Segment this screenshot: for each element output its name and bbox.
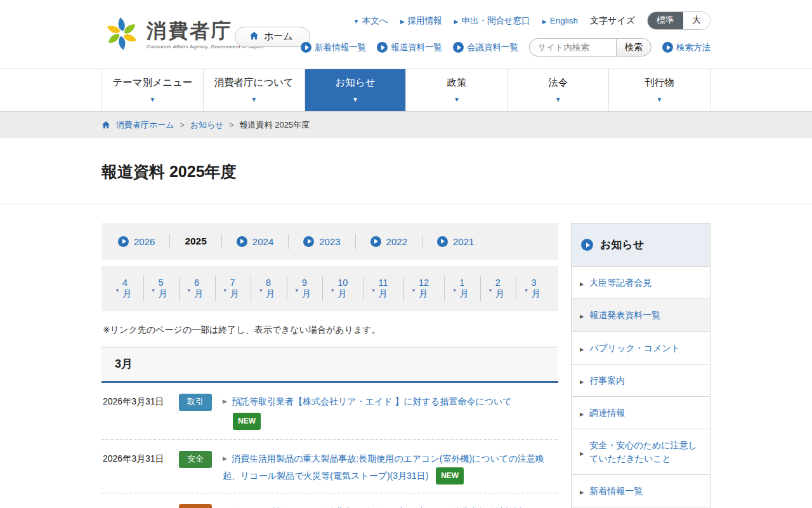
arrow-right-icon: [580, 406, 584, 419]
recruit-link[interactable]: 採用情報: [400, 15, 442, 27]
meeting-list-link[interactable]: 会議資料一覧: [453, 42, 518, 53]
month-links: 4月 5月 6月 7月 8月 9月 10月 11月 12月 1月 2月 3月: [102, 266, 558, 311]
month-link-10[interactable]: 10月: [322, 276, 363, 301]
month-link-5[interactable]: 5月: [143, 276, 180, 301]
caret-down-icon: [454, 93, 460, 104]
sidebar-item-new-info[interactable]: 新着情報一覧: [572, 474, 710, 507]
month-link-2[interactable]: 2月: [480, 276, 516, 301]
news-list: 2026年3月31日 取引 預託等取引業者【株式会社リア・エイド 】に対する措置…: [102, 383, 558, 508]
caret-down-icon: [452, 284, 457, 294]
year-tab-2026[interactable]: 2026: [117, 234, 169, 249]
breadcrumb-home-link[interactable]: 消費者庁ホーム: [116, 119, 174, 131]
circle-play-icon: [437, 236, 448, 247]
circle-play-icon: [453, 42, 464, 53]
caret-down-icon: [258, 284, 263, 294]
circle-play-icon: [377, 42, 388, 53]
arrow-right-icon: [580, 342, 584, 354]
caret-down-icon: [251, 93, 257, 104]
circle-play-icon: [662, 42, 673, 53]
page-title: 報道資料 2025年度: [102, 161, 710, 182]
caret-down-icon: [352, 93, 358, 104]
month-link-7[interactable]: 7月: [215, 276, 251, 301]
home-icon: [249, 31, 259, 43]
font-size-label: 文字サイズ: [590, 15, 635, 27]
year-tab-2023[interactable]: 2023: [288, 234, 355, 249]
caret-down-icon: [353, 16, 359, 25]
circle-play-icon: [581, 239, 593, 251]
year-tab-2025-current: 2025: [169, 234, 221, 249]
sidebar-item-events[interactable]: 行事案内: [572, 364, 710, 396]
news-date: 2026年3月31日: [103, 394, 174, 408]
breadcrumb-current: 報道資料 2025年度: [240, 119, 310, 131]
arrow-right-icon: [580, 309, 584, 321]
new-info-list-link[interactable]: 新着情報一覧: [301, 42, 366, 53]
sidebar-item-procurement[interactable]: 調達情報: [572, 396, 710, 429]
breadcrumb-strip: 消費者庁ホーム > お知らせ > 報道資料 2025年度: [0, 112, 812, 138]
caret-down-icon: [149, 93, 155, 104]
caret-down-icon: [371, 284, 376, 294]
breadcrumb-section-link[interactable]: お知らせ: [190, 119, 224, 131]
news-row: 2026年3月31日 制度 第7回現代社会における消費者取引の在り方を踏まえた消…: [102, 493, 558, 508]
news-link[interactable]: 預託等取引業者【株式会社リア・エイド 】に対する措置命令について: [232, 396, 512, 406]
caret-down-icon: [223, 284, 228, 294]
arrow-right-icon: [400, 16, 405, 25]
sidebar-item-safety-caution[interactable]: 安全・安心のために注意していただきたいこと: [572, 429, 710, 474]
news-date: 2026年3月31日: [103, 504, 174, 508]
news-row: 2026年3月31日 安全 消費生活用製品の重大製品事故:長期使用のエアコン(室…: [102, 440, 558, 493]
news-date: 2026年3月31日: [103, 451, 174, 465]
month-link-1[interactable]: 1月: [444, 276, 480, 301]
sidebar-item-press-releases[interactable]: 報道発表資料一覧: [572, 298, 710, 331]
month-link-9[interactable]: 9月: [287, 276, 323, 301]
sidebar-header: お知らせ: [572, 224, 710, 266]
category-badge: 安全: [179, 451, 212, 468]
nav-about-agency[interactable]: 消費者庁について: [204, 69, 305, 111]
year-tab-2022[interactable]: 2022: [355, 234, 422, 249]
site-search: 検索: [529, 38, 652, 57]
search-button[interactable]: 検索: [616, 38, 652, 57]
caret-down-icon: [555, 93, 561, 104]
press-list-link[interactable]: 報道資料一覧: [377, 42, 442, 53]
month-link-8[interactable]: 8月: [251, 276, 287, 301]
nav-publications[interactable]: 刊行物: [609, 69, 710, 111]
font-size-large-button[interactable]: 大: [683, 12, 710, 29]
search-input[interactable]: [529, 38, 616, 57]
month-link-11[interactable]: 11月: [363, 276, 403, 301]
nav-news[interactable]: お知らせ: [305, 69, 407, 111]
arrow-right-icon: [580, 446, 584, 458]
home-button[interactable]: ホーム: [235, 27, 310, 47]
arrow-right-icon: [542, 16, 547, 25]
nav-policy[interactable]: 政策: [406, 69, 508, 111]
year-tab-2021[interactable]: 2021: [422, 234, 488, 249]
main-navigation: テーマ別メニュー 消費者庁について お知らせ 政策 法令 刊行物: [0, 69, 812, 112]
arrow-right-icon: [223, 453, 232, 464]
font-size-standard-button[interactable]: 標準: [648, 12, 683, 29]
year-tab-2024[interactable]: 2024: [221, 234, 288, 249]
caret-down-icon: [657, 93, 663, 104]
year-tabs: 2026 2025 2024 2023 2022 2021: [102, 223, 558, 260]
disclaimer-note: ※リンク先のページの一部は終了し、表示できない場合があります。: [103, 324, 558, 336]
sidebar-item-public-comment[interactable]: パブリック・コメント: [572, 331, 710, 364]
nav-theme-menu[interactable]: テーマ別メニュー: [102, 69, 204, 111]
nav-laws[interactable]: 法令: [508, 69, 609, 111]
caret-down-icon: [488, 284, 493, 294]
contact-link[interactable]: 申出・問合せ窓口: [454, 15, 530, 27]
utility-nav: 本文へ 採用情報 申出・問合せ窓口 English 文字サイズ 標準 大: [353, 11, 710, 30]
month-link-12[interactable]: 12月: [403, 276, 444, 301]
month-section-header: 3月: [102, 347, 558, 383]
to-content-link[interactable]: 本文へ: [353, 15, 388, 27]
month-link-3[interactable]: 3月: [516, 276, 552, 301]
month-link-6[interactable]: 6月: [179, 276, 215, 301]
news-link[interactable]: 消費生活用製品の重大製品事故:長期使用のエアコン(室外機)についての注意喚起、リ…: [223, 453, 544, 481]
caret-down-icon: [187, 284, 192, 294]
new-badge: NEW: [233, 413, 261, 430]
circle-play-icon: [370, 236, 381, 247]
new-badge: NEW: [436, 467, 464, 485]
english-link[interactable]: English: [542, 16, 578, 25]
chevron-right-icon: >: [180, 121, 185, 130]
search-help-link[interactable]: 検索方法: [662, 42, 710, 53]
sidebar-item-press-conference[interactable]: 大臣等記者会見: [572, 266, 710, 298]
pinwheel-logo-icon: [103, 15, 140, 55]
arrow-right-icon: [454, 16, 459, 25]
arrow-right-icon: [580, 485, 584, 497]
month-link-4[interactable]: 4月: [108, 276, 143, 301]
